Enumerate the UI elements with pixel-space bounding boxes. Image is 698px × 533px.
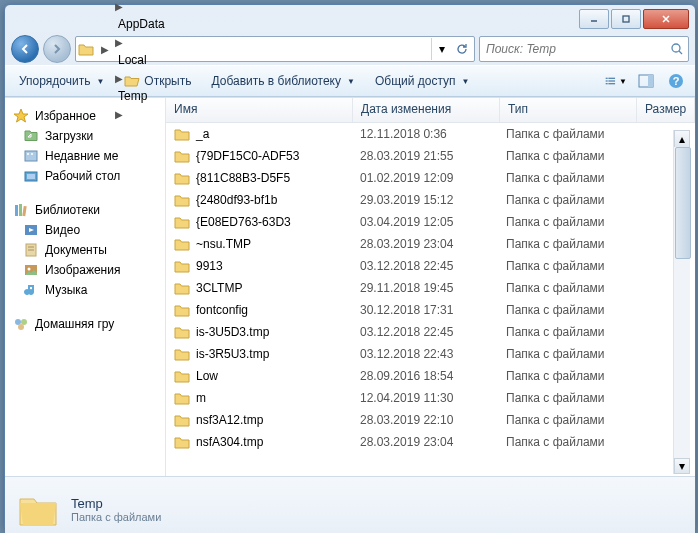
sidebar-item-icon: [23, 168, 39, 184]
svg-rect-5: [608, 78, 615, 79]
sidebar-favorites[interactable]: Избранное: [5, 106, 165, 126]
sidebar-item[interactable]: Музыка: [5, 280, 165, 300]
table-row[interactable]: fontconfig30.12.2018 17:31Папка с файлам…: [166, 299, 695, 321]
table-row[interactable]: nsfA304.tmp28.03.2019 23:04Папка с файла…: [166, 431, 695, 453]
table-row[interactable]: nsf3A12.tmp28.03.2019 22:10Папка с файла…: [166, 409, 695, 431]
folder-icon: [174, 303, 190, 317]
search-box[interactable]: [479, 36, 689, 62]
folder-icon: [174, 237, 190, 251]
chevron-right-icon[interactable]: ▶: [112, 1, 126, 12]
sidebar: Избранное ЗагрузкиНедавние меРабочий сто…: [5, 98, 166, 476]
svg-rect-9: [608, 83, 615, 84]
sidebar-item-icon: [23, 262, 39, 278]
svg-rect-19: [15, 205, 18, 216]
details-name: Temp: [71, 496, 161, 511]
organize-button[interactable]: Упорядочить▼: [13, 71, 110, 91]
sidebar-item[interactable]: Документы: [5, 240, 165, 260]
svg-rect-14: [25, 151, 37, 161]
libraries-icon: [13, 202, 29, 218]
table-row[interactable]: m12.04.2019 11:30Папка с файлами: [166, 387, 695, 409]
scroll-thumb[interactable]: [675, 147, 691, 259]
folder-icon: [174, 171, 190, 185]
col-size[interactable]: Размер: [637, 98, 695, 122]
table-row[interactable]: is-3U5D3.tmp03.12.2018 22:45Папка с файл…: [166, 321, 695, 343]
toolbar: Упорядочить▼ Открыть Добавить в библиоте…: [5, 65, 695, 97]
refresh-button[interactable]: [452, 38, 472, 60]
table-row[interactable]: is-3R5U3.tmp03.12.2018 22:43Папка с файл…: [166, 343, 695, 365]
svg-rect-7: [608, 80, 615, 81]
folder-icon: [174, 347, 190, 361]
chevron-right-icon[interactable]: ▶: [112, 37, 126, 48]
share-button[interactable]: Общий доступ▼: [369, 71, 476, 91]
address-bar[interactable]: ▶ B▶AppData▶Local▶Temp▶ ▾: [75, 36, 475, 62]
forward-button[interactable]: [43, 35, 71, 63]
sidebar-libraries[interactable]: Библиотеки: [5, 200, 165, 220]
folder-icon: [174, 149, 190, 163]
add-library-button[interactable]: Добавить в библиотеку▼: [205, 71, 360, 91]
dropdown-icon[interactable]: ▾: [432, 38, 452, 60]
folder-icon: [174, 193, 190, 207]
col-date[interactable]: Дата изменения: [353, 98, 500, 122]
view-button[interactable]: ▼: [605, 70, 627, 92]
sidebar-item[interactable]: Недавние ме: [5, 146, 165, 166]
homegroup-icon: [13, 316, 29, 332]
chevron-right-icon[interactable]: ▶: [98, 44, 112, 55]
folder-icon: [174, 325, 190, 339]
folder-icon: [174, 281, 190, 295]
folder-open-icon: [124, 74, 140, 88]
search-input[interactable]: [484, 41, 670, 57]
nav-row: ▶ B▶AppData▶Local▶Temp▶ ▾: [5, 33, 695, 65]
table-row[interactable]: 991303.12.2018 22:45Папка с файлами: [166, 255, 695, 277]
table-row[interactable]: 3CLTMP29.11.2018 19:45Папка с файлами: [166, 277, 695, 299]
file-pane: Имя Дата изменения Тип Размер _a12.11.20…: [166, 98, 695, 476]
sidebar-item[interactable]: Изображения: [5, 260, 165, 280]
sidebar-item-icon: [23, 242, 39, 258]
scroll-up-icon[interactable]: ▴: [674, 130, 690, 147]
open-button[interactable]: Открыть: [118, 71, 197, 91]
details-type: Папка с файлами: [71, 511, 161, 523]
star-icon: [13, 108, 29, 124]
svg-point-29: [21, 319, 27, 325]
svg-point-30: [18, 324, 24, 330]
sidebar-homegroup[interactable]: Домашняя гру: [5, 314, 165, 334]
table-row[interactable]: Low28.09.2016 18:54Папка с файлами: [166, 365, 695, 387]
scroll-down-icon[interactable]: ▾: [674, 458, 690, 474]
svg-rect-21: [22, 206, 26, 216]
folder-icon: [174, 391, 190, 405]
table-row[interactable]: {2480df93-bf1b29.03.2019 15:12Папка с фа…: [166, 189, 695, 211]
table-row[interactable]: {E08ED763-63D303.04.2019 12:05Папка с фа…: [166, 211, 695, 233]
details-pane: Temp Папка с файлами: [5, 476, 695, 533]
svg-rect-1: [623, 16, 629, 22]
folder-icon: [174, 413, 190, 427]
table-row[interactable]: {79DF15C0-ADF5328.03.2019 21:55Папка с ф…: [166, 145, 695, 167]
close-button[interactable]: [643, 9, 689, 29]
explorer-window: ▶ B▶AppData▶Local▶Temp▶ ▾ Упорядочить▼ О…: [4, 4, 696, 531]
svg-line-3: [679, 51, 682, 54]
folder-icon: [174, 215, 190, 229]
sidebar-item-icon: [23, 282, 39, 298]
back-button[interactable]: [11, 35, 39, 63]
table-row[interactable]: _a12.11.2018 0:36Папка с файлами: [166, 123, 695, 145]
sidebar-item[interactable]: Рабочий стол: [5, 166, 165, 186]
sidebar-item-icon: [23, 148, 39, 164]
titlebar: [5, 5, 695, 33]
table-row[interactable]: {811C88B3-D5F501.02.2019 12:09Папка с фа…: [166, 167, 695, 189]
col-type[interactable]: Тип: [500, 98, 637, 122]
content-area: Избранное ЗагрузкиНедавние меРабочий сто…: [5, 97, 695, 476]
column-headers: Имя Дата изменения Тип Размер: [166, 98, 695, 123]
maximize-button[interactable]: [611, 9, 641, 29]
svg-rect-20: [19, 204, 22, 216]
breadcrumb-item[interactable]: AppData: [112, 13, 171, 35]
breadcrumb-item[interactable]: Local: [112, 49, 171, 71]
svg-point-16: [31, 153, 33, 155]
file-list[interactable]: _a12.11.2018 0:36Папка с файлами{79DF15C…: [166, 123, 695, 476]
scrollbar[interactable]: ▴ ▾: [673, 130, 690, 474]
sidebar-item[interactable]: Загрузки: [5, 126, 165, 146]
table-row[interactable]: ~nsu.TMP28.03.2019 23:04Папка с файлами: [166, 233, 695, 255]
help-button[interactable]: ?: [665, 70, 687, 92]
minimize-button[interactable]: [579, 9, 609, 29]
folder-icon: [174, 369, 190, 383]
preview-pane-button[interactable]: [635, 70, 657, 92]
col-name[interactable]: Имя: [166, 98, 353, 122]
sidebar-item[interactable]: Видео: [5, 220, 165, 240]
